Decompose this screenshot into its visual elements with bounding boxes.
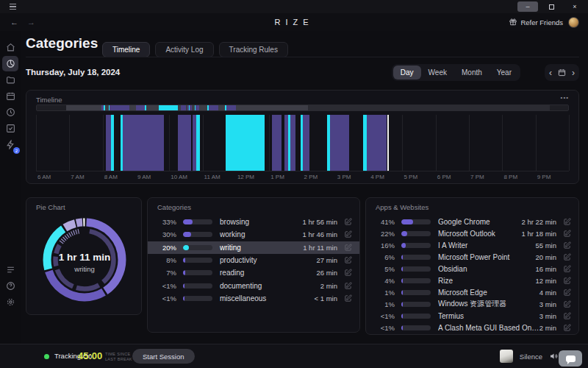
sidebar-item-help[interactable]	[2, 278, 18, 294]
timeline-segment[interactable]	[123, 115, 165, 171]
chat-bubble-icon	[566, 355, 576, 362]
usage-bar	[401, 255, 431, 260]
media-artwork[interactable]	[500, 350, 513, 363]
edit-icon[interactable]	[563, 312, 571, 320]
timeline-segment[interactable]	[111, 115, 115, 171]
timeline-segment[interactable]	[196, 115, 200, 171]
sidebar-item-sessions[interactable]	[2, 105, 18, 120]
refer-friends-button[interactable]: Refer Friends	[509, 18, 563, 26]
hour-gridline	[269, 115, 270, 171]
usage-row[interactable]: <1% documenting 2 min	[148, 279, 359, 291]
usage-label: working	[220, 230, 302, 238]
maximize-button[interactable]	[541, 1, 562, 12]
usage-row[interactable]: <1% A Clash Meta GUI Based On Ta... 2 mi…	[366, 322, 578, 333]
notification-badge: 2	[13, 147, 20, 154]
sidebar-item-menu[interactable]	[2, 262, 18, 277]
hour-label: 9 AM	[137, 174, 151, 180]
sidebar-item-categories[interactable]	[2, 56, 18, 71]
edit-icon[interactable]	[563, 289, 571, 297]
hamburger-menu-icon[interactable]	[10, 4, 16, 10]
timeline-segment[interactable]	[272, 115, 282, 171]
edit-icon[interactable]	[563, 265, 571, 273]
usage-row[interactable]: 33% browsing 1 hr 56 min	[148, 216, 359, 228]
minimize-button[interactable]: –	[517, 1, 538, 12]
next-day-button[interactable]: ›	[572, 68, 575, 77]
sidebar-item-projects[interactable]	[2, 72, 18, 88]
edit-icon[interactable]	[344, 244, 352, 252]
usage-row[interactable]: 16% I A Writer 55 min	[366, 239, 578, 251]
usage-bar-fill	[183, 296, 184, 301]
calendar-icon	[6, 91, 15, 101]
usage-row[interactable]: 8% productivity 27 min	[148, 254, 359, 266]
usage-bar-fill	[183, 283, 184, 289]
edit-icon[interactable]	[344, 218, 352, 226]
edit-icon[interactable]	[563, 253, 571, 261]
sidebar-item-calendar[interactable]	[2, 88, 18, 104]
usage-row[interactable]: 22% Microsoft Outlook 1 hr 18 min	[366, 227, 578, 239]
usage-row[interactable]: 1% Windows 资源管理器 3 min	[366, 298, 578, 310]
sidebar-item-home[interactable]	[2, 40, 18, 55]
timeline-segment[interactable]	[303, 115, 310, 171]
timeline-menu-icon[interactable]: •••	[561, 94, 569, 101]
usage-bar	[183, 219, 212, 224]
sidebar-item-settings[interactable]	[2, 294, 18, 310]
sidebar-item-tasks[interactable]	[2, 121, 18, 136]
tab-timeline[interactable]: Timeline	[102, 42, 150, 57]
range-selector: Day Week Month Year	[392, 64, 520, 81]
start-session-button[interactable]: Start Session	[132, 349, 195, 364]
usage-bar	[183, 258, 212, 263]
edit-icon[interactable]	[344, 230, 352, 238]
usage-row[interactable]: 7% reading 26 min	[148, 266, 359, 279]
close-button[interactable]: ×	[564, 1, 585, 12]
sidebar-item-energy[interactable]: 2	[2, 137, 18, 152]
usage-row[interactable]: 4% Rize 12 min	[366, 275, 578, 286]
hour-gridline	[69, 115, 70, 171]
range-day-button[interactable]: Day	[393, 66, 421, 79]
speaker-icon[interactable]	[550, 352, 559, 361]
timeline-overview-scrollbar[interactable]	[36, 105, 569, 111]
usage-percent: <1%	[376, 312, 395, 320]
hour-label: 10 AM	[171, 174, 187, 180]
usage-bar-fill	[401, 302, 403, 307]
range-week-button[interactable]: Week	[421, 66, 454, 79]
edit-icon[interactable]	[563, 230, 571, 238]
user-avatar[interactable]	[568, 17, 579, 28]
usage-row[interactable]: <1% Termius 3 min	[366, 310, 578, 322]
usage-row[interactable]: 20% writing 1 hr 11 min	[148, 241, 359, 254]
calendar-picker-icon[interactable]	[558, 68, 566, 77]
timeline-segment[interactable]	[178, 115, 191, 171]
edit-icon[interactable]	[563, 300, 571, 308]
tab-tracking-rules[interactable]: Tracking Rules	[219, 42, 288, 57]
hour-gridline	[536, 115, 537, 171]
edit-icon[interactable]	[563, 324, 571, 332]
usage-label: A Clash Meta GUI Based On Ta...	[438, 324, 539, 332]
chat-launcher-button[interactable]	[559, 350, 582, 367]
edit-icon[interactable]	[344, 294, 352, 302]
categories-list: 33% browsing 1 hr 56 min 30% working 1 h…	[148, 216, 359, 305]
edit-icon[interactable]	[563, 241, 571, 250]
usage-row[interactable]: 41% Google Chrome 2 hr 22 min	[366, 216, 578, 227]
overview-segment	[110, 105, 129, 110]
usage-row[interactable]: 1% Microsoft Edge 4 min	[366, 286, 578, 298]
usage-row[interactable]: 30% working 1 hr 46 min	[148, 228, 359, 241]
tab-activity-log[interactable]: Activity Log	[155, 42, 213, 57]
edit-icon[interactable]	[563, 277, 571, 285]
edit-icon[interactable]	[344, 282, 352, 290]
timeline-segment[interactable]	[226, 115, 265, 171]
edit-icon[interactable]	[344, 256, 352, 264]
categories-panel-title: Categories	[157, 203, 191, 211]
range-month-button[interactable]: Month	[454, 66, 490, 79]
usage-percent: <1%	[376, 324, 395, 332]
edit-icon[interactable]	[563, 218, 571, 226]
usage-row[interactable]: <1% miscellaneous < 1 min	[148, 292, 359, 305]
usage-bar	[401, 302, 431, 307]
categories-panel: Categories 33% browsing 1 hr 56 min 30% …	[147, 197, 360, 333]
usage-row[interactable]: 6% Microsoft Power Point 20 min	[366, 251, 578, 263]
timeline-segment[interactable]	[290, 115, 295, 171]
prev-day-button[interactable]: ‹	[549, 68, 552, 77]
timeline-segment[interactable]	[330, 115, 349, 171]
edit-icon[interactable]	[344, 269, 352, 277]
timeline-segment[interactable]	[367, 115, 387, 171]
range-year-button[interactable]: Year	[490, 66, 519, 79]
usage-row[interactable]: 5% Obsidian 16 min	[366, 263, 578, 275]
